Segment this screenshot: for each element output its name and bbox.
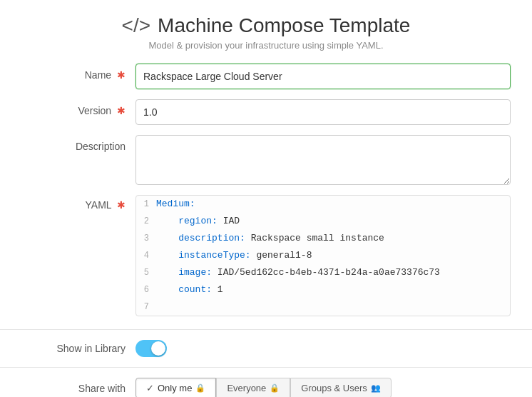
toggle-thumb: [151, 341, 165, 356]
description-textarea[interactable]: [135, 135, 511, 185]
name-input[interactable]: [135, 64, 511, 89]
version-input[interactable]: [135, 99, 511, 125]
share-label: Share with: [43, 383, 135, 394]
library-label: Show in Library: [43, 343, 135, 354]
library-row: Show in Library: [0, 330, 532, 367]
version-required-star: ✱: [117, 105, 126, 116]
page-header: </> Machine Compose Template Model & pro…: [0, 14, 532, 51]
share-everyone-label: Everyone: [227, 383, 266, 393]
yaml-editor[interactable]: 1 Medium: 2 region: IAD 3 description: R…: [135, 195, 511, 316]
version-row: Version ✱: [43, 99, 511, 125]
group-icon: 👥: [371, 383, 381, 393]
form-section: Name ✱ Version ✱ Description YAML ✱: [0, 64, 532, 316]
share-groups-users-button[interactable]: Groups & Users 👥: [290, 378, 391, 397]
share-groups-users-label: Groups & Users: [301, 383, 367, 393]
yaml-line-2: 2 region: IAD: [136, 213, 510, 230]
page-wrapper: </> Machine Compose Template Model & pro…: [0, 0, 532, 397]
share-only-me-button[interactable]: ✓ Only me 🔒: [135, 378, 216, 397]
yaml-line-3: 3 description: Rackspace small instance: [136, 230, 510, 247]
yaml-line-4: 4 instanceType: general1-8: [136, 247, 510, 264]
yaml-line-7: 7: [136, 298, 510, 316]
yaml-line-6: 6 count: 1: [136, 281, 510, 298]
lock-icon-only-me: 🔒: [195, 383, 205, 393]
page-title: Machine Compose Template: [158, 14, 410, 37]
share-everyone-button[interactable]: Everyone 🔒: [216, 378, 290, 397]
yaml-line-1: 1 Medium:: [136, 196, 510, 213]
yaml-required-star: ✱: [117, 199, 126, 211]
name-required-star: ✱: [117, 69, 126, 81]
name-label: Name ✱: [43, 64, 135, 81]
library-toggle[interactable]: [135, 340, 167, 357]
code-icon: </>: [122, 14, 150, 37]
yaml-row: YAML ✱ 1 Medium: 2 region: IAD 3 descr: [43, 195, 511, 316]
yaml-line-5: 5 image: IAD/5ed162cc-b4eb-4371-b24a-a0a…: [136, 264, 510, 281]
page-subtitle: Model & provision your infrastructure us…: [0, 40, 532, 51]
toggle-track: [135, 340, 167, 357]
description-label: Description: [43, 135, 135, 152]
share-row: Share with ✓ Only me 🔒 Everyone 🔒 Groups…: [0, 368, 532, 397]
version-label: Version ✱: [43, 99, 135, 116]
share-buttons: ✓ Only me 🔒 Everyone 🔒 Groups & Users 👥: [135, 378, 392, 397]
yaml-label: YAML ✱: [43, 195, 135, 211]
lock-icon-everyone: 🔒: [270, 383, 280, 393]
share-only-me-label: Only me: [158, 383, 192, 393]
check-icon: ✓: [146, 383, 154, 393]
description-row: Description: [43, 135, 511, 185]
name-row: Name ✱: [43, 64, 511, 89]
